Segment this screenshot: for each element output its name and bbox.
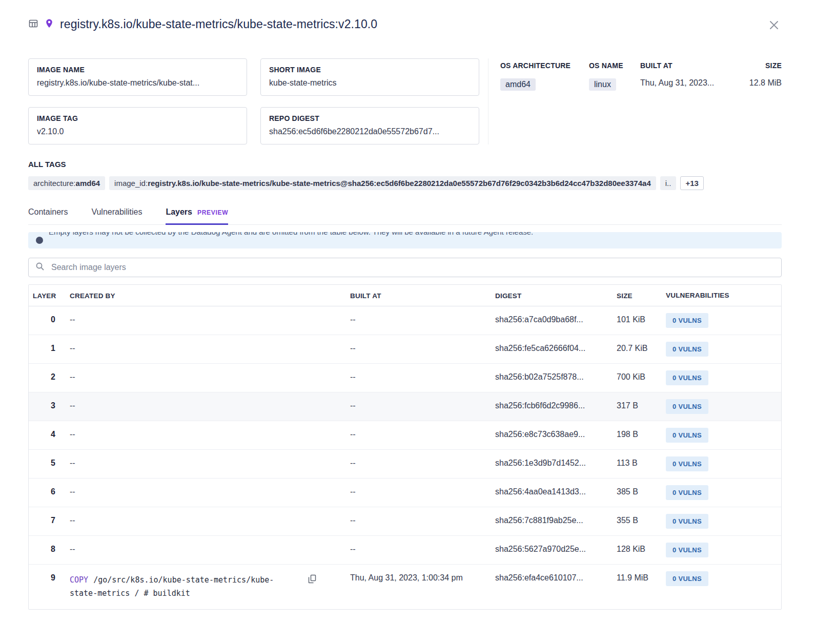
more-tags-button[interactable]: +13 xyxy=(680,176,703,190)
built-at-header: BUILT AT xyxy=(640,61,749,70)
layer-row[interactable]: 4 -- -- sha256:e8c73c638ae9... 198 B 0 V… xyxy=(29,421,781,450)
vulns-badge[interactable]: 0 VULNS xyxy=(666,313,708,328)
search-bar xyxy=(28,258,782,277)
vulns-badge[interactable]: 0 VULNS xyxy=(666,514,708,529)
copy-icon[interactable] xyxy=(308,574,316,584)
layer-number: 9 xyxy=(29,565,60,609)
built-at-cell: -- xyxy=(340,335,485,364)
size-cell: 128 KiB xyxy=(606,536,657,565)
vulns-badge[interactable]: 0 VULNS xyxy=(666,342,708,357)
created-by-cell: -- xyxy=(60,421,340,450)
close-button[interactable] xyxy=(766,17,782,33)
table-header-row: LAYER CREATED BY BUILT AT DIGEST SIZE VU… xyxy=(29,285,781,306)
image-fields: IMAGE NAME registry.k8s.io/kube-state-me… xyxy=(28,58,479,144)
tab-layers[interactable]: Layers PREVIEW xyxy=(166,207,228,225)
tab-vulnerabilities[interactable]: Vulnerabilities xyxy=(91,207,142,225)
field-label: REPO DIGEST xyxy=(269,114,471,122)
vulnerabilities-column-header: VULNERABILITIES xyxy=(657,285,781,306)
size-cell: 317 B xyxy=(606,392,657,421)
digest-column-header: DIGEST xyxy=(485,285,606,306)
built-at-cell: Thu, Aug 31, 2023, 1:00:34 pm xyxy=(340,565,485,609)
built-at-cell: -- xyxy=(340,450,485,479)
layers-table: LAYER CREATED BY BUILT AT DIGEST SIZE VU… xyxy=(28,284,782,610)
grid-icon xyxy=(28,18,38,31)
banner-text: Empty layers may not be collected by the… xyxy=(49,232,533,236)
layer-row[interactable]: 6 -- -- sha256:4aa0ea1413d3... 385 B 0 V… xyxy=(29,479,781,507)
created-by-cell: -- xyxy=(60,364,340,392)
image-name-field: IMAGE NAME registry.k8s.io/kube-state-me… xyxy=(28,58,247,96)
panel-header: registry.k8s.io/kube-state-metrics/kube-… xyxy=(28,17,782,33)
vulns-badge[interactable]: 0 VULNS xyxy=(666,456,708,471)
tab-containers[interactable]: Containers xyxy=(28,207,68,225)
digest-cell: sha256:efa4ce610107... xyxy=(485,565,606,609)
tab-label: Containers xyxy=(28,207,68,217)
layer-row[interactable]: 3 -- -- sha256:fcb6f6d2c9986... 317 B 0 … xyxy=(29,392,781,421)
layer-row[interactable]: 9 COPY/go/src/k8s.io/kube-state-metrics/… xyxy=(29,565,781,609)
dockerfile-args: /go/src/k8s.io/kube-state-metrics/kube-s… xyxy=(70,575,274,598)
created-by-cell: COPY/go/src/k8s.io/kube-state-metrics/ku… xyxy=(60,565,340,609)
layer-number: 6 xyxy=(29,479,60,507)
created-by-cell: -- xyxy=(60,450,340,479)
layer-number: 8 xyxy=(29,536,60,565)
created-by-cell: -- xyxy=(60,507,340,536)
size-cell: 198 B xyxy=(606,421,657,450)
built-at-cell: -- xyxy=(340,364,485,392)
os-architecture-header: OS ARCHITECTURE xyxy=(500,61,589,70)
vulns-badge[interactable]: 0 VULNS xyxy=(666,571,708,586)
size-cell: 11.9 MiB xyxy=(606,565,657,609)
vulns-badge[interactable]: 0 VULNS xyxy=(666,428,708,443)
all-tags-section: ALL TAGS architecture:amd64 image_id:reg… xyxy=(28,160,782,190)
digest-cell: sha256:e8c73c638ae9... xyxy=(485,421,606,450)
size-cell: 113 B xyxy=(606,450,657,479)
pin-icon xyxy=(45,18,53,31)
built-at-cell: -- xyxy=(340,507,485,536)
layer-number: 7 xyxy=(29,507,60,536)
tag-value: registry.k8s.io/kube-state-metrics/kube-… xyxy=(148,179,651,188)
built-at-cell: -- xyxy=(340,479,485,507)
field-value: registry.k8s.io/kube-state-metrics/kube-… xyxy=(37,78,238,88)
digest-cell: sha256:fe5ca62666f04... xyxy=(485,335,606,364)
size-cell: 101 KiB xyxy=(606,306,657,335)
layer-row[interactable]: 8 -- -- sha256:5627a970d25e... 128 KiB 0… xyxy=(29,536,781,565)
built-at-cell: -- xyxy=(340,392,485,421)
short-image-field: SHORT IMAGE kube-state-metrics xyxy=(260,58,479,96)
layer-row[interactable]: 5 -- -- sha256:1e3d9b7d1452... 113 B 0 V… xyxy=(29,450,781,479)
field-value: kube-state-metrics xyxy=(269,78,471,88)
tag-truncated[interactable]: i.. xyxy=(660,176,677,190)
built-at-column-header: BUILT AT xyxy=(340,285,485,306)
tag-architecture[interactable]: architecture:amd64 xyxy=(28,176,105,190)
digest-cell: sha256:7c881f9ab25e... xyxy=(485,507,606,536)
info-icon xyxy=(36,237,43,244)
preview-badge: PREVIEW xyxy=(197,209,228,216)
layer-number: 4 xyxy=(29,421,60,450)
vulns-badge[interactable]: 0 VULNS xyxy=(666,485,708,500)
image-detail-panel: registry.k8s.io/kube-state-metrics/kube-… xyxy=(0,0,815,625)
field-label: IMAGE TAG xyxy=(37,114,238,122)
tag-key: image_id: xyxy=(114,179,148,188)
info-banner: Empty layers may not be collected by the… xyxy=(28,232,782,248)
vulns-badge[interactable]: 0 VULNS xyxy=(666,543,708,557)
dockerfile-command: COPY xyxy=(70,575,88,585)
created-by-cell: -- xyxy=(60,536,340,565)
tab-bar: Containers Vulnerabilities Layers PREVIE… xyxy=(28,207,782,225)
built-at-value: Thu, Aug 31, 2023... xyxy=(640,78,749,91)
layer-number: 5 xyxy=(29,450,60,479)
layer-row[interactable]: 2 -- -- sha256:b02a7525f878... 700 KiB 0… xyxy=(29,364,781,392)
tag-key: i.. xyxy=(665,179,671,188)
layer-row[interactable]: 1 -- -- sha256:fe5ca62666f04... 20.7 KiB… xyxy=(29,335,781,364)
layer-number: 0 xyxy=(29,306,60,335)
layer-row[interactable]: 0 -- -- sha256:a7ca0d9ba68f... 101 KiB 0… xyxy=(29,306,781,335)
tag-image-id[interactable]: image_id:registry.k8s.io/kube-state-metr… xyxy=(109,176,656,190)
created-by-cell: -- xyxy=(60,479,340,507)
size-cell: 355 B xyxy=(606,507,657,536)
size-column-header: SIZE xyxy=(606,285,657,306)
layer-row[interactable]: 7 -- -- sha256:7c881f9ab25e... 355 B 0 V… xyxy=(29,507,781,536)
created-by-cell: -- xyxy=(60,392,340,421)
image-tag-field: IMAGE TAG v2.10.0 xyxy=(28,107,247,144)
digest-cell: sha256:4aa0ea1413d3... xyxy=(485,479,606,507)
repo-digest-field: REPO DIGEST sha256:ec5d6f6be2280212da0e5… xyxy=(260,107,479,144)
vulns-badge[interactable]: 0 VULNS xyxy=(666,399,708,414)
os-info: OS ARCHITECTURE OS NAME BUILT AT SIZE am… xyxy=(488,58,782,144)
search-input[interactable] xyxy=(50,262,775,273)
vulns-badge[interactable]: 0 VULNS xyxy=(666,370,708,385)
